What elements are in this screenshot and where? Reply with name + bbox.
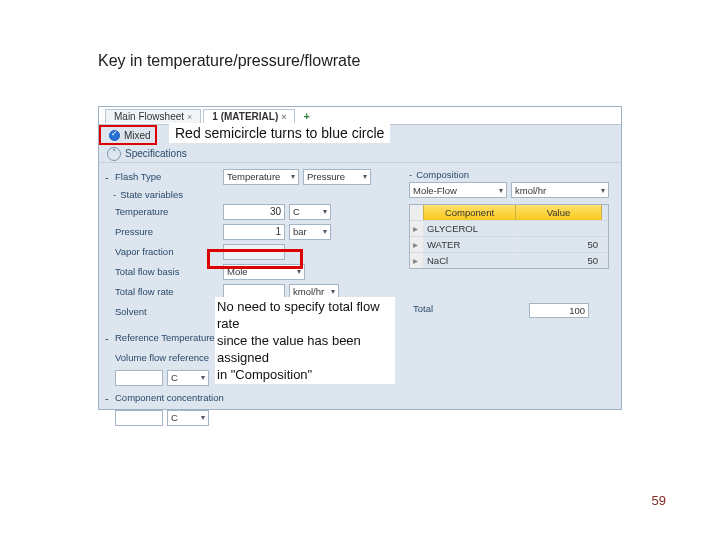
state-vars-header: -State variables (105, 187, 403, 202)
ref-temp-input[interactable] (115, 370, 163, 386)
tab-main-flowsheet[interactable]: Main Flowsheet× (105, 109, 201, 123)
table-row[interactable]: ▸ GLYCEROL (410, 220, 608, 236)
table-row[interactable]: ▸ WATER 50 (410, 236, 608, 252)
close-icon[interactable]: × (281, 112, 286, 122)
chevron-down-icon: ▾ (363, 172, 367, 181)
temperature-unit-select[interactable]: C▾ (289, 204, 331, 220)
chevron-down-icon: ▾ (291, 172, 295, 181)
comp-basis-select[interactable]: Mole-Flow▾ (409, 182, 507, 198)
total-row: Total 100 (409, 303, 609, 318)
comp-conc-label: Component concentration (115, 392, 275, 403)
composition-grid: Component Value ▸ GLYCEROL ▸ WATER 50 ▸ … (409, 204, 609, 269)
add-tab-button[interactable]: + (297, 110, 315, 122)
flash-type-label: Flash Type (115, 171, 223, 182)
ref-temp-unit-select[interactable]: C▾ (167, 370, 209, 386)
col-component: Component (424, 205, 516, 220)
tab-material-1[interactable]: 1 (MATERIAL)× (203, 109, 295, 123)
close-icon[interactable]: × (187, 112, 192, 122)
highlight-flow-rate (207, 249, 303, 269)
flow-rate-label: Total flow rate (115, 286, 223, 297)
pressure-unit-select[interactable]: bar▾ (289, 224, 331, 240)
flash-type-select-2[interactable]: Pressure▾ (303, 169, 371, 185)
solvent-label: Solvent (115, 306, 223, 317)
page-number: 59 (652, 493, 666, 508)
total-value: 100 (529, 303, 589, 318)
comp-conc-input[interactable] (115, 410, 163, 426)
composition-header: -Composition (409, 167, 609, 182)
pressure-input[interactable]: 1 (223, 224, 285, 240)
col-value: Value (516, 205, 602, 220)
composition-panel: -Composition Mole-Flow▾ kmol/hr▾ Compone… (409, 167, 609, 395)
status-label: Mixed (124, 130, 151, 141)
table-row[interactable]: ▸ NaCl 50 (410, 252, 608, 268)
temperature-label: Temperature (115, 206, 223, 217)
callout-status: Red semicircle turns to blue circle (169, 123, 390, 143)
comp-basis-unit-select[interactable]: kmol/hr▾ (511, 182, 609, 198)
section-title: Specifications (125, 148, 187, 159)
status-row: Mixed (99, 125, 157, 145)
slide-title: Key in temperature/pressure/flowrate (98, 52, 360, 70)
temperature-input[interactable]: 30 (223, 204, 285, 220)
pressure-label: Pressure (115, 226, 223, 237)
section-header[interactable]: ˄ Specifications (99, 145, 621, 163)
callout-flowrate: No need to specify total flow rate since… (215, 297, 395, 384)
total-label: Total (409, 303, 529, 318)
status-complete-icon (109, 130, 120, 141)
comp-conc-unit-select[interactable]: C▾ (167, 410, 209, 426)
collapse-icon[interactable]: ˄ (107, 147, 121, 161)
flash-type-select-1[interactable]: Temperature▾ (223, 169, 299, 185)
